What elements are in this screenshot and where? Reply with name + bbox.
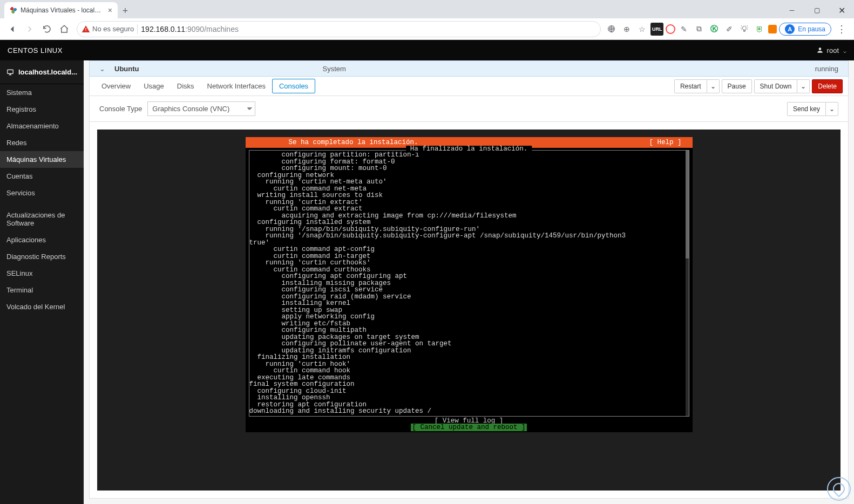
address-bar[interactable]: No es seguro 192.168.0.11:9090/machines [77, 21, 601, 37]
cockpit-brand: CENTOS LINUX [8, 46, 63, 55]
sidebar-item-volcado-del-kernel[interactable]: Volcado del Kernel [0, 298, 84, 315]
zoom-icon[interactable]: ⊕ [620, 23, 633, 36]
chevron-down-icon[interactable]: ⌄ [99, 65, 108, 73]
sidebar-item-diagnostic-reports[interactable]: Diagnostic Reports [0, 248, 84, 265]
browser-tab[interactable]: Máquinas Virtuales - localhost.lo × [4, 2, 118, 18]
sidebar: localhost.locald... SistemaRegistrosAlma… [0, 60, 84, 504]
restart-button-group: Restart ⌄ [674, 79, 720, 93]
restart-caret[interactable]: ⌄ [707, 79, 720, 93]
nav-reload-button[interactable] [39, 21, 55, 37]
tab-network-interfaces[interactable]: Network Interfaces [201, 79, 272, 93]
tab-usage[interactable]: Usage [137, 79, 171, 93]
host-label: localhost.locald... [18, 68, 77, 76]
vm-system: System [322, 65, 345, 73]
nav-home-button[interactable] [56, 21, 72, 37]
tab-title: Máquinas Virtuales - localhost.lo [21, 6, 101, 14]
ext-bulb-icon[interactable]: 💡︎ [738, 23, 751, 36]
shutdown-caret[interactable]: ⌄ [797, 79, 810, 93]
tab-overview[interactable]: Overview [95, 79, 137, 93]
extension-row: 🌐︎ ⊕ ☆ URL ✎ ⧉ Ⓚ ✐ 💡︎ ⛨ A En pausa ⋮ [605, 23, 850, 36]
ext-kaspersky-icon[interactable]: Ⓚ [708, 23, 721, 36]
tab-favicon [10, 6, 17, 14]
installer-box-title: Ha finalizado la instalación. [406, 146, 532, 153]
ext-copy-icon[interactable]: ⧉ [693, 23, 706, 36]
close-tab-icon[interactable]: × [108, 6, 112, 15]
cockpit-user-menu[interactable]: root [816, 46, 846, 55]
assistant-bubble-icon[interactable] [827, 477, 851, 501]
installer-log-box: Ha finalizado la instalación. configurin… [249, 150, 689, 417]
nav-forward-button[interactable] [22, 21, 38, 37]
send-key-group: Send key ⌄ [787, 102, 838, 116]
ext-url-badge[interactable]: URL [650, 23, 663, 36]
console-type-select[interactable]: Graphics Console (VNC) [147, 101, 255, 116]
window-controls: ─ ▢ ✕ [780, 2, 854, 18]
ext-opera-icon[interactable] [666, 24, 675, 34]
window-maximize-icon[interactable]: ▢ [804, 2, 829, 18]
sidebar-item-redes[interactable]: Redes [0, 134, 84, 151]
installer-log: configuring partition: partition-1 confi… [249, 151, 689, 416]
svg-rect-0 [8, 70, 13, 73]
profile-chip[interactable]: A En pausa [779, 23, 831, 36]
sidebar-item-actualizaciones-de-software[interactable]: Actualizaciones de Software [0, 207, 84, 231]
ext-shield-icon[interactable]: ⛨ [753, 23, 766, 36]
vnc-screen[interactable]: Se ha completado la instalación. [ Help … [246, 137, 693, 432]
cockpit-user-label: root [827, 46, 839, 55]
bookmark-star-icon[interactable]: ☆ [635, 23, 648, 36]
url-text: 192.168.0.11:9090/machines [141, 25, 239, 33]
sidebar-item-servicios[interactable]: Servicios [0, 185, 84, 201]
translate-icon[interactable]: 🌐︎ [605, 23, 618, 36]
browser-menu-icon[interactable]: ⋮ [833, 23, 850, 35]
tab-disks[interactable]: Disks [171, 79, 201, 93]
cockpit-header: CENTOS LINUX root [0, 40, 854, 60]
chevron-down-icon [842, 46, 846, 55]
vm-row[interactable]: ⌄ Ubuntu System running [89, 60, 849, 77]
window-minimize-icon[interactable]: ─ [780, 2, 804, 18]
sidebar-item-terminal[interactable]: Terminal [0, 282, 84, 298]
pause-button[interactable]: Pause [722, 79, 752, 93]
new-tab-button[interactable]: + [118, 3, 133, 18]
sidebar-item-sistema[interactable]: Sistema [0, 84, 84, 101]
main-content: ⌄ Ubuntu System running OverviewUsageDis… [84, 60, 854, 504]
insecure-warning-label: No es seguro [92, 25, 134, 33]
console-frame: Se ha completado la instalación. [ Help … [89, 122, 849, 499]
installer-help-link[interactable]: [ Help ] [649, 139, 681, 146]
ext-brush-icon[interactable]: ✎ [677, 23, 690, 36]
sidebar-item-selinux[interactable]: SELinux [0, 265, 84, 282]
vm-state: running [815, 65, 838, 73]
restart-button[interactable]: Restart [674, 79, 707, 93]
sidebar-item-máquinas-virtuales[interactable]: Máquinas Virtuales [0, 151, 84, 168]
sidebar-item-cuentas[interactable]: Cuentas [0, 168, 84, 185]
cancel-reboot-link[interactable]: [ Cancel update and reboot ] [411, 424, 526, 431]
console-scrollbar[interactable] [686, 151, 689, 416]
nav-back-button[interactable] [4, 21, 21, 37]
vnc-viewport[interactable]: Se ha completado la instalación. [ Help … [97, 130, 841, 491]
console-control-row: Console Type Graphics Console (VNC) Send… [89, 96, 849, 122]
host-selector[interactable]: localhost.locald... [0, 60, 84, 84]
ext-orange-icon[interactable] [768, 25, 777, 33]
vm-name: Ubuntu [114, 65, 139, 73]
send-key-caret[interactable]: ⌄ [826, 102, 838, 116]
url-separator [137, 24, 138, 34]
vm-actions: Restart ⌄ Pause Shut Down ⌄ Delete [674, 79, 843, 93]
window-close-icon[interactable]: ✕ [829, 2, 854, 18]
installer-footer: [ View full log ] [ Cancel update and re… [246, 417, 693, 432]
sidebar-item-aplicaciones[interactable]: Aplicaciones [0, 231, 84, 248]
shutdown-button[interactable]: Shut Down [754, 79, 798, 93]
profile-avatar: A [785, 24, 795, 34]
tab-consoles[interactable]: Consoles [272, 79, 315, 93]
installer-banner-msg: Se ha completado la instalación. [289, 139, 418, 146]
cockpit-body: localhost.locald... SistemaRegistrosAlma… [0, 60, 854, 504]
ext-wand-icon[interactable]: ✐ [723, 23, 736, 36]
sidebar-item-almacenamiento[interactable]: Almacenamiento [0, 118, 84, 134]
console-type-label: Console Type [99, 105, 142, 113]
profile-label: En pausa [798, 25, 825, 33]
shutdown-button-group: Shut Down ⌄ [754, 79, 810, 93]
vm-tab-bar: OverviewUsageDisksNetwork InterfacesCons… [89, 77, 849, 96]
console-scroll-thumb[interactable] [686, 151, 689, 258]
sidebar-item-registros[interactable]: Registros [0, 101, 84, 118]
insecure-warning-icon: No es seguro [82, 25, 134, 33]
browser-toolbar: No es seguro 192.168.0.11:9090/machines … [0, 18, 854, 40]
send-key-button[interactable]: Send key [787, 102, 826, 116]
window-titlebar: Máquinas Virtuales - localhost.lo × + ─ … [0, 0, 854, 18]
delete-button[interactable]: Delete [812, 79, 843, 93]
